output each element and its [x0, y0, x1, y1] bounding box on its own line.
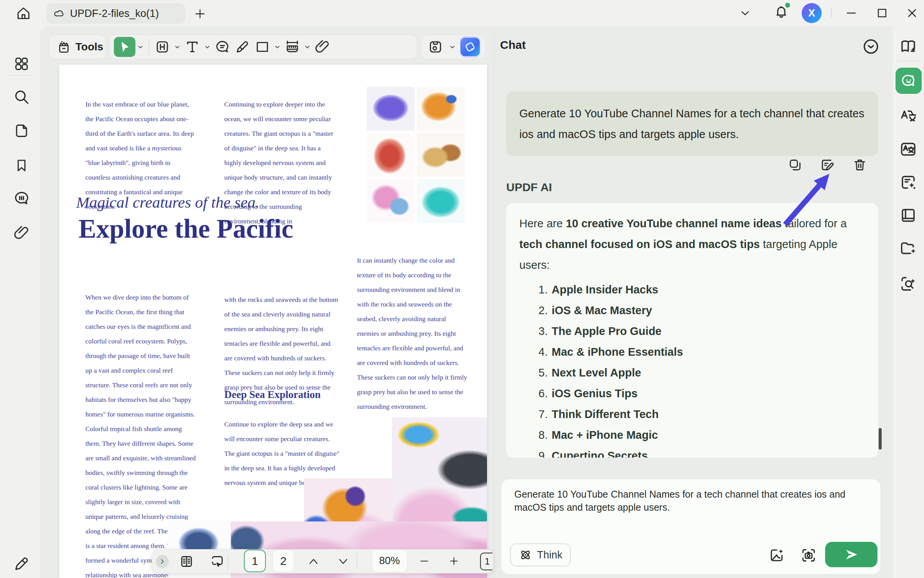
- tools-button[interactable]: Tools: [49, 35, 106, 59]
- user-avatar[interactable]: X: [802, 3, 822, 23]
- sidebar-pages-button[interactable]: [12, 121, 32, 141]
- coral-branch-red-image: [367, 133, 415, 177]
- new-tab-button[interactable]: [194, 8, 206, 20]
- stamp-icon: [427, 39, 444, 55]
- ai-assistant-button[interactable]: [460, 36, 480, 58]
- marker-tool-button[interactable]: [232, 36, 252, 58]
- list-item: 2.iOS & Mac Mastery: [535, 300, 865, 321]
- ai-summary-note-icon: [899, 173, 917, 192]
- heading-tool-dropdown[interactable]: [172, 36, 182, 58]
- notification-dot: [785, 3, 790, 8]
- comment-tool-button[interactable]: [212, 36, 232, 58]
- screenshot-button[interactable]: [800, 547, 817, 564]
- side-book-button[interactable]: [898, 205, 918, 225]
- stamp-tool-button[interactable]: [426, 36, 445, 58]
- zoom-level: 80%: [379, 555, 400, 567]
- chat-history-button[interactable]: [861, 37, 881, 56]
- next-page-button[interactable]: [335, 556, 351, 567]
- text-tool-dropdown[interactable]: [202, 36, 212, 58]
- translate-text-icon: [899, 107, 917, 125]
- select-tool-button[interactable]: [114, 37, 135, 57]
- coral-tree-orange-image: [417, 87, 465, 131]
- page-thumbnail-2[interactable]: 2: [272, 550, 294, 572]
- bookmark-icon: [13, 157, 30, 173]
- doc-subtitle: Magical creatures of the sea.: [76, 193, 259, 212]
- ai-folder-button[interactable]: [898, 238, 918, 258]
- apps-grid-icon: [13, 55, 30, 72]
- ai-folder-icon: [899, 239, 917, 258]
- reader-view-button[interactable]: [179, 554, 194, 569]
- reader-view-icon: [179, 554, 194, 569]
- zoom-level-button[interactable]: 80%: [372, 550, 407, 572]
- document-tab[interactable]: UPDF-2-files_ko(1): [46, 3, 185, 24]
- stamp-ai-toolbar: [421, 35, 485, 59]
- stamp-tool-dropdown[interactable]: [448, 36, 457, 58]
- edit-message-button[interactable]: [819, 157, 836, 173]
- edit-icon: [819, 157, 836, 173]
- chat-input[interactable]: Generate 10 YouTube Channel Names for a …: [514, 488, 869, 514]
- sidebar-attachments-button[interactable]: [12, 223, 32, 243]
- zoom-in-button[interactable]: [447, 555, 461, 567]
- think-toggle-button[interactable]: Think: [510, 543, 571, 566]
- sidebar-bookmarks-button[interactable]: [12, 155, 32, 175]
- notifications-button[interactable]: [772, 3, 790, 21]
- toolbar-divider: [357, 554, 357, 569]
- user-message-bubble: Generate 10 YouTube Channel Names for a …: [506, 92, 878, 156]
- sidebar-signature-button[interactable]: [12, 554, 32, 574]
- sidebar-comments-button[interactable]: [12, 188, 32, 208]
- shape-tool-dropdown[interactable]: [272, 36, 282, 58]
- select-tool-dropdown[interactable]: [135, 36, 145, 58]
- delete-message-button[interactable]: [852, 157, 868, 173]
- list-item: 8.Mac + iPhone Magic: [535, 425, 865, 445]
- measure-tool-dropdown[interactable]: [302, 36, 312, 58]
- presentation-button[interactable]: [210, 554, 225, 569]
- page-thumbnail-1[interactable]: 1: [244, 550, 266, 572]
- translate-page-button[interactable]: [898, 139, 918, 159]
- insert-image-icon: [768, 547, 785, 564]
- minimize-button[interactable]: [842, 4, 860, 22]
- page-thumbnails-icon: [13, 122, 30, 139]
- side-book-icon: [899, 206, 917, 225]
- doc-section-heading: Deep Sea Exploration: [224, 389, 321, 401]
- sidebar-divider: [896, 61, 920, 61]
- sidebar-apps-button[interactable]: [12, 54, 32, 74]
- measure-tool-button[interactable]: [282, 36, 302, 58]
- ai-search-icon: [899, 275, 917, 293]
- maximize-button[interactable]: [873, 4, 891, 22]
- translate-text-button[interactable]: [898, 106, 918, 126]
- text-icon: [184, 39, 200, 55]
- cloud-icon: [54, 8, 65, 19]
- doc-paragraph: It can instantly change the color and te…: [357, 253, 469, 414]
- fit-page-button[interactable]: 1: [480, 553, 494, 570]
- home-icon: [15, 5, 32, 22]
- send-button[interactable]: [825, 542, 877, 567]
- delete-icon: [852, 157, 867, 173]
- chat-panel-title: Chat: [500, 38, 526, 52]
- shape-tool-button[interactable]: [252, 36, 272, 58]
- ai-intro-mid: tailored for a: [782, 217, 847, 230]
- expand-toolbar-button[interactable]: [156, 555, 169, 568]
- avatar-initial: X: [808, 7, 815, 19]
- ai-read-button[interactable]: [898, 36, 918, 56]
- paperclip-icon: [314, 39, 330, 55]
- coral-pink-blue-image: [367, 179, 415, 223]
- sidebar-search-button[interactable]: [12, 87, 32, 107]
- previous-page-button[interactable]: [306, 556, 321, 567]
- ai-search-button[interactable]: [898, 274, 918, 294]
- list-item: 1.Apple Insider Hacks: [535, 279, 865, 300]
- home-button[interactable]: [15, 5, 32, 22]
- message-actions: [787, 157, 868, 173]
- chat-scrollbar-thumb[interactable]: [879, 428, 882, 450]
- close-button[interactable]: [903, 4, 921, 22]
- ai-summary-button[interactable]: [898, 172, 918, 192]
- zoom-out-button[interactable]: [417, 555, 431, 567]
- ai-chat-button[interactable]: [896, 68, 922, 94]
- comment-icon: [214, 39, 230, 55]
- shape-square-icon: [254, 39, 270, 55]
- heading-tool-button[interactable]: [152, 36, 172, 58]
- text-tool-button[interactable]: [182, 36, 202, 58]
- insert-image-button[interactable]: [768, 547, 785, 564]
- attach-tool-button[interactable]: [312, 36, 332, 58]
- copy-message-button[interactable]: [787, 157, 803, 173]
- window-menu-button[interactable]: [736, 4, 754, 22]
